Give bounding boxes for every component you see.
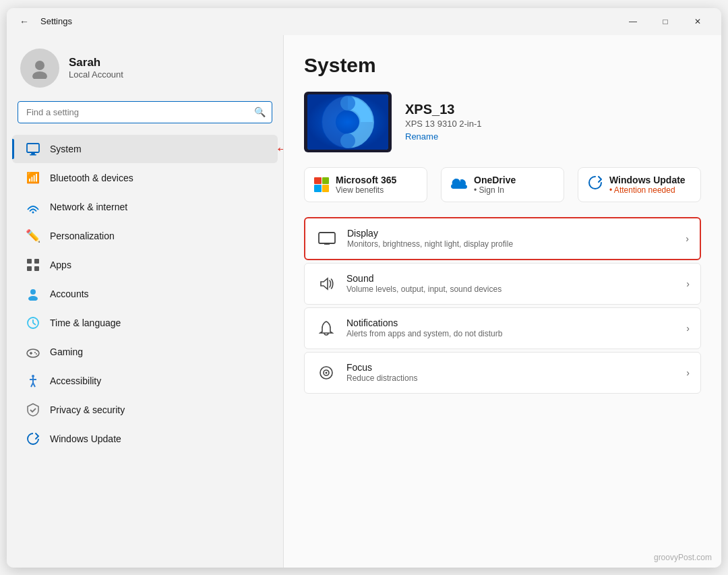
close-button[interactable]: ✕ (682, 11, 713, 32)
settings-list: Display Monitors, brightness, night ligh… (304, 217, 701, 394)
sidebar-item-label-accounts: Accounts (50, 289, 89, 299)
notifications-chevron: › (686, 323, 690, 334)
sound-icon (315, 273, 337, 295)
title-bar-left: ← Settings (15, 12, 617, 31)
sidebar-item-update[interactable]: Windows Update (12, 425, 278, 453)
device-info: XPS_13 XPS 13 9310 2-in-1 Rename (405, 102, 481, 142)
back-button[interactable]: ← (15, 12, 34, 31)
sidebar-item-label-privacy: Privacy & security (50, 404, 125, 415)
user-profile[interactable]: Sarah Local Account (7, 42, 283, 101)
search-input[interactable] (18, 101, 272, 123)
sidebar-item-label-network: Network & internet (50, 202, 127, 212)
sidebar-item-label-personalization: Personalization (50, 231, 115, 241)
sound-chevron: › (686, 278, 690, 289)
system-icon (26, 142, 40, 156)
notifications-title: Notifications (346, 317, 677, 328)
svg-rect-9 (34, 266, 39, 271)
maximize-button[interactable]: □ (650, 11, 681, 32)
red-arrow-annotation: ← (275, 140, 283, 158)
settings-item-notifications[interactable]: Notifications Alerts from apps and syste… (304, 307, 701, 349)
notifications-text: Notifications Alerts from apps and syste… (346, 317, 677, 338)
svg-rect-27 (319, 233, 335, 243)
rename-link[interactable]: Rename (405, 131, 481, 142)
sidebar-item-apps[interactable]: Apps (12, 251, 278, 279)
sidebar-item-privacy[interactable]: Privacy & security (12, 396, 278, 424)
svg-line-24 (33, 383, 35, 387)
ms365-info: Microsoft 365 View benefits (336, 175, 396, 195)
windows-update-icon (26, 431, 40, 446)
sidebar-item-system[interactable]: System ← (12, 135, 278, 163)
svg-rect-2 (27, 144, 39, 152)
ms365-link[interactable]: Microsoft 365 View benefits (304, 167, 427, 202)
notifications-desc: Alerts from apps and system, do not dist… (346, 329, 677, 338)
svg-rect-7 (34, 259, 39, 264)
main-content: System (283, 35, 721, 568)
sidebar-item-network[interactable]: Network & internet (12, 193, 278, 221)
sidebar-item-time[interactable]: Time & language (12, 309, 278, 337)
svg-point-18 (34, 352, 36, 353)
minimize-button[interactable]: — (617, 11, 648, 32)
user-account-type: Local Account (69, 69, 123, 80)
sidebar-item-accounts[interactable]: Accounts (12, 280, 278, 308)
ms365-subtitle: View benefits (336, 185, 396, 195)
winupdate-subtitle: • Attention needed (609, 185, 686, 195)
svg-point-32 (326, 371, 328, 373)
apps-icon (26, 258, 40, 272)
focus-desc: Reduce distractions (346, 373, 677, 383)
svg-rect-3 (31, 153, 35, 154)
winupdate-icon (588, 175, 603, 193)
sidebar: Sarah Local Account 🔍 (7, 35, 283, 568)
accessibility-icon (26, 373, 40, 388)
display-text: Display Monitors, brightness, night ligh… (347, 228, 676, 249)
focus-text: Focus Reduce distractions (346, 362, 677, 383)
privacy-icon (26, 402, 40, 417)
personalization-icon: ✏️ (26, 229, 40, 243)
device-card: XPS_13 XPS 13 9310 2-in-1 Rename (304, 92, 701, 152)
sidebar-item-personalization[interactable]: ✏️ Personalization (12, 222, 278, 250)
window-controls: — □ ✕ (617, 11, 713, 32)
onedrive-link[interactable]: OneDrive • Sign In (441, 167, 564, 202)
display-title: Display (347, 228, 676, 239)
sidebar-item-label-system: System (50, 144, 82, 154)
sidebar-item-accessibility[interactable]: Accessibility (12, 367, 278, 395)
device-model: XPS 13 9310 2-in-1 (405, 119, 481, 129)
svg-rect-4 (30, 154, 36, 156)
onedrive-icon (451, 176, 467, 193)
settings-window: ← Settings — □ ✕ Sarah Local Accoun (7, 8, 721, 568)
sound-title: Sound (346, 273, 677, 284)
sidebar-item-label-gaming: Gaming (50, 346, 83, 357)
device-thumbnail (304, 92, 392, 152)
winupdate-link[interactable]: Windows Update • Attention needed (578, 167, 701, 202)
sidebar-item-label-time: Time & language (50, 317, 121, 328)
sidebar-item-bluetooth[interactable]: 📶 Bluetooth & devices (12, 164, 278, 192)
window-title: Settings (40, 16, 72, 26)
svg-point-5 (32, 211, 34, 213)
accounts-icon (26, 286, 40, 301)
device-name: XPS_13 (405, 102, 481, 117)
display-chevron: › (686, 233, 689, 244)
sidebar-item-label-apps: Apps (50, 260, 71, 270)
svg-point-10 (30, 289, 36, 295)
focus-chevron: › (686, 367, 690, 378)
bluetooth-icon: 📶 (26, 171, 40, 185)
settings-item-sound[interactable]: Sound Volume levels, output, input, soun… (304, 263, 701, 305)
ms365-title: Microsoft 365 (336, 175, 396, 185)
watermark: groovyPost.com (654, 553, 712, 562)
sound-desc: Volume levels, output, input, sound devi… (346, 284, 677, 294)
onedrive-title: OneDrive (474, 175, 516, 185)
sound-text: Sound Volume levels, output, input, soun… (346, 273, 677, 294)
search-icon: 🔍 (254, 107, 266, 117)
svg-point-20 (32, 375, 34, 377)
display-icon (316, 228, 338, 249)
quick-links: Microsoft 365 View benefits OneDrive • S… (304, 167, 701, 202)
page-title: System (304, 54, 701, 77)
settings-item-focus[interactable]: Focus Reduce distractions › (304, 352, 701, 394)
svg-rect-6 (27, 259, 32, 264)
settings-item-display[interactable]: Display Monitors, brightness, night ligh… (304, 217, 701, 260)
sidebar-item-gaming[interactable]: Gaming (12, 338, 278, 366)
user-info: Sarah Local Account (69, 56, 123, 80)
onedrive-subtitle: • Sign In (474, 185, 516, 195)
content-area: Sarah Local Account 🔍 (7, 35, 721, 568)
winupdate-info: Windows Update • Attention needed (609, 175, 686, 195)
display-desc: Monitors, brightness, night light, displ… (347, 239, 676, 249)
